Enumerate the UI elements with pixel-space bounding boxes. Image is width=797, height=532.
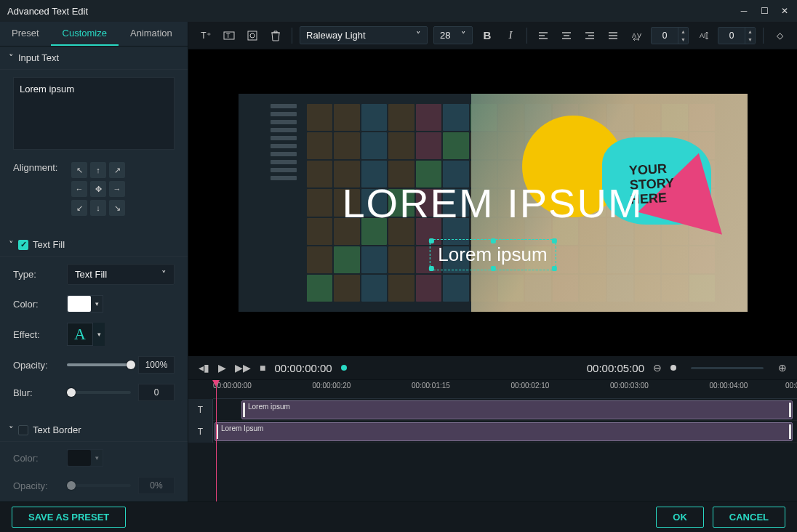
tab-customize[interactable]: Customize <box>51 22 119 46</box>
section-text-border-header[interactable]: ˅ Text Border <box>0 419 188 442</box>
section-input-text-title: Input Text <box>18 52 59 63</box>
fill-color-label: Color: <box>13 299 67 310</box>
zoom-in-button[interactable]: ⊕ <box>778 362 787 374</box>
minimize-button[interactable]: ─ <box>739 6 749 16</box>
add-text-icon[interactable]: T⁺ <box>197 27 215 44</box>
play-button[interactable]: ▶ <box>218 362 226 374</box>
cancel-button[interactable]: CANCEL <box>713 507 785 528</box>
align-left-icon[interactable] <box>534 27 552 44</box>
section-text-border-title: Text Border <box>33 424 81 435</box>
main-panel: T⁺ T Raleway Light ˅ 28 ˅ B I <box>188 22 797 501</box>
tab-preset[interactable]: Preset <box>0 22 51 46</box>
text-toolbar: T⁺ T Raleway Light ˅ 28 ˅ B I <box>188 22 797 49</box>
align-justify-icon[interactable] <box>604 27 622 44</box>
bold-button[interactable]: B <box>478 27 496 44</box>
spin-up[interactable]: ▲ <box>745 28 755 36</box>
fill-color-swatch[interactable] <box>68 296 91 312</box>
align-mr[interactable]: → <box>109 181 125 197</box>
italic-button[interactable]: I <box>502 27 519 44</box>
save-preset-button[interactable]: SAVE AS PRESET <box>12 507 126 528</box>
section-text-fill-header[interactable]: ˅ ✓ Text Fill <box>0 233 188 257</box>
align-center[interactable]: ✥ <box>90 181 106 197</box>
zoom-out-button[interactable]: ⊖ <box>653 362 662 374</box>
align-ml[interactable]: ← <box>71 181 87 197</box>
ok-button[interactable]: OK <box>656 507 704 528</box>
spin-down[interactable]: ▼ <box>745 36 755 44</box>
border-color-label: Color: <box>13 453 67 464</box>
clip-1[interactable]: Lorem ipsum <box>241 400 793 419</box>
delete-icon[interactable] <box>267 27 284 44</box>
fill-color-dropdown[interactable]: ▾ <box>91 296 103 312</box>
align-bc[interactable]: ↓ <box>90 200 106 216</box>
text-input[interactable]: Lorem ipsum <box>13 77 175 150</box>
align-tl[interactable]: ↖ <box>71 162 87 178</box>
track-1: T Lorem ipsum <box>188 399 797 421</box>
align-bl[interactable]: ↙ <box>71 200 87 216</box>
align-br[interactable]: ↘ <box>109 200 125 216</box>
spin-down[interactable]: ▼ <box>678 36 688 44</box>
canvas[interactable]: YOURSTORYHERE LOREM IPSUM Lorem ipsum <box>239 94 748 312</box>
align-tc[interactable]: ↑ <box>90 162 106 178</box>
line-spacing-spin[interactable]: ▲▼ <box>718 27 756 44</box>
border-opacity-value[interactable] <box>138 477 175 494</box>
fill-effect-dropdown[interactable]: ▾ <box>93 323 105 346</box>
prev-frame-button[interactable]: ◂▮ <box>199 362 209 374</box>
section-text-fill-title: Text Fill <box>33 239 65 250</box>
align-center-icon[interactable] <box>558 27 575 44</box>
fill-effect-preview[interactable]: A <box>67 323 93 346</box>
letter-spacing-spin[interactable]: ▲▼ <box>651 27 689 44</box>
ruler-tick: 00:00:04 <box>785 382 797 390</box>
align-right-icon[interactable] <box>581 27 598 44</box>
blur-slider[interactable] <box>67 391 131 394</box>
font-select[interactable]: Raleway Light ˅ <box>300 26 428 44</box>
letter-spacing-icon[interactable]: AV <box>628 27 645 44</box>
zoom-slider[interactable] <box>691 367 764 369</box>
shape-icon[interactable] <box>244 27 261 44</box>
maximize-button[interactable]: ☐ <box>759 6 769 16</box>
blur-label: Blur: <box>13 387 67 398</box>
font-name: Raleway Light <box>306 30 366 41</box>
opacity-slider[interactable] <box>67 363 131 366</box>
close-button[interactable]: ✕ <box>780 6 790 16</box>
spin-up[interactable]: ▲ <box>678 28 688 36</box>
section-input-text-header[interactable]: ˅ Input Text <box>0 47 188 70</box>
track-2: T Lorem Ipsum <box>188 421 797 443</box>
diamond-icon[interactable]: ◇ <box>771 27 788 44</box>
track-head-2[interactable]: T <box>188 421 213 443</box>
svg-text:AI: AI <box>700 32 706 39</box>
chevron-down-icon: ˅ <box>9 239 14 250</box>
track-head-1[interactable]: T <box>188 399 213 421</box>
preview-main-text[interactable]: LOREM IPSUM <box>342 180 643 227</box>
preview-sub-text[interactable]: Lorem ipsum <box>432 242 553 267</box>
border-color-swatch[interactable] <box>68 450 91 466</box>
playhead[interactable] <box>216 380 217 501</box>
timeline[interactable]: 00:00:00:00 00:00:00:20 00:00:01:15 00:0… <box>188 379 797 501</box>
textbox-icon[interactable]: T <box>220 27 238 44</box>
text-fill-checkbox[interactable]: ✓ <box>18 240 28 250</box>
timeline-ruler[interactable]: 00:00:00:00 00:00:00:20 00:00:01:15 00:0… <box>213 380 797 399</box>
marker-start-dot[interactable] <box>341 365 347 371</box>
blur-value[interactable] <box>138 384 175 401</box>
opacity-label: Opacity: <box>13 360 67 371</box>
zoom-knob[interactable] <box>670 365 676 371</box>
next-frame-button[interactable]: ▶▶ <box>235 362 251 374</box>
line-spacing-value[interactable] <box>718 28 745 44</box>
time-end: 00:00:05:00 <box>587 362 644 374</box>
clip-2[interactable]: Lorem Ipsum <box>215 422 793 441</box>
border-opacity-label: Opacity: <box>13 480 67 491</box>
ruler-tick: 00:00:04:00 <box>710 382 748 390</box>
stop-button[interactable]: ■ <box>260 362 265 374</box>
ruler-tick: 00:00:02:10 <box>511 382 550 390</box>
tab-animation[interactable]: Animation <box>119 22 184 46</box>
preview-viewport[interactable]: YOURSTORYHERE LOREM IPSUM Lorem ipsum <box>188 49 797 356</box>
chevron-down-icon: ˅ <box>461 30 466 41</box>
border-opacity-slider[interactable] <box>67 484 131 487</box>
border-color-dropdown[interactable]: ▾ <box>91 450 103 466</box>
line-spacing-icon[interactable]: AI <box>694 27 712 44</box>
opacity-value[interactable] <box>138 356 175 374</box>
letter-spacing-value[interactable] <box>652 28 678 44</box>
font-size-select[interactable]: 28 ˅ <box>433 26 473 44</box>
align-tr[interactable]: ↗ <box>109 162 125 178</box>
text-border-checkbox[interactable] <box>18 425 28 435</box>
fill-type-select[interactable]: Text Fill ˅ <box>67 264 175 285</box>
